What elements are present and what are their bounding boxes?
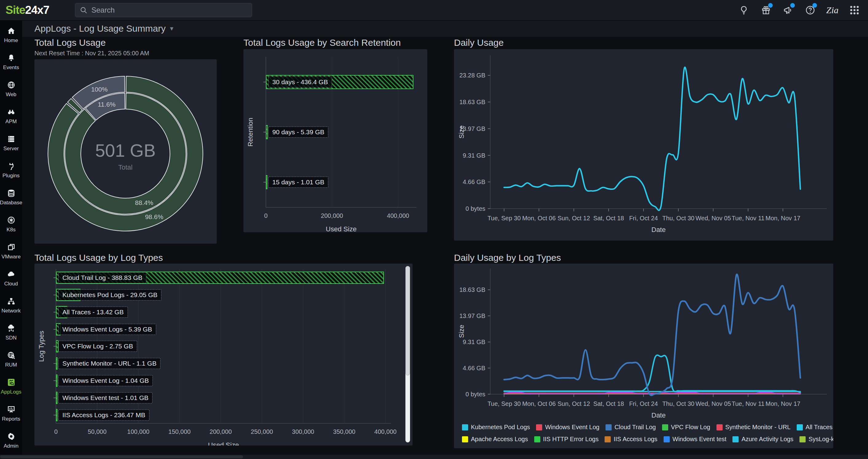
vertical-scrollbar-thumb[interactable] bbox=[405, 266, 410, 375]
sidebar-item-cloud[interactable]: Cloud bbox=[0, 265, 22, 292]
svg-text:350,000: 350,000 bbox=[333, 428, 355, 435]
svg-text:Thu, Oct 30: Thu, Oct 30 bbox=[662, 400, 695, 407]
apps-grid-icon[interactable] bbox=[849, 5, 860, 16]
svg-text:9.31 GB: 9.31 GB bbox=[463, 152, 485, 159]
svg-text:100,000: 100,000 bbox=[127, 428, 149, 435]
sidebar-item-web[interactable]: Web bbox=[0, 75, 22, 103]
legend-item[interactable]: Synthetic Monitor - URL bbox=[716, 424, 790, 431]
site24x7-logo[interactable]: Site24x7 bbox=[5, 4, 49, 17]
bar-7[interactable] bbox=[56, 392, 58, 404]
legend-item[interactable]: Cloud Trail Log bbox=[606, 424, 656, 431]
reports-icon bbox=[7, 405, 16, 414]
gift-icon[interactable] bbox=[761, 5, 772, 16]
sidebar-item-apm[interactable]: APM bbox=[0, 103, 22, 130]
announcements-icon[interactable] bbox=[782, 5, 794, 16]
sidebar: HomeEventsWebAPMServerPluginsDatabaseK8s… bbox=[0, 20, 22, 459]
legend-item[interactable]: IIS HTTP Error Logs bbox=[534, 436, 599, 443]
global-search-input[interactable]: Search bbox=[75, 3, 252, 17]
bar-label: 30 days - 436.4 GB bbox=[268, 76, 332, 88]
svg-text:50,000: 50,000 bbox=[88, 428, 106, 435]
horizontal-scrollbar-thumb[interactable] bbox=[0, 455, 243, 458]
legend-item[interactable]: Apache Access Logs bbox=[462, 436, 528, 443]
sidebar-item-server[interactable]: Server bbox=[0, 130, 22, 157]
sidebar-item-label: Admin bbox=[4, 443, 19, 449]
svg-text:4.66 GB: 4.66 GB bbox=[463, 178, 485, 185]
page-title[interactable]: AppLogs - Log Usage Summary bbox=[34, 23, 166, 34]
bar-label: IIS Access Logs - 236.47 MB bbox=[58, 409, 149, 421]
svg-text:Log Types: Log Types bbox=[37, 331, 45, 362]
sidebar-item-home[interactable]: Home bbox=[0, 22, 22, 48]
applogs-icon bbox=[7, 378, 16, 387]
cloud-icon bbox=[7, 270, 16, 278]
horizontal-scrollbar[interactable] bbox=[0, 455, 868, 459]
bar-label: Windows Event Logs - 5.39 GB bbox=[58, 324, 156, 335]
sidebar-item-label: APM bbox=[5, 119, 17, 125]
legend-swatch bbox=[663, 436, 670, 442]
sidebar-item-database[interactable]: Database bbox=[0, 184, 22, 211]
daily-usage-by-log-types-card: Daily Usage by Log Types 18.63 GB13.97 G… bbox=[454, 253, 833, 448]
legend-item[interactable]: Windows Event test bbox=[663, 436, 726, 443]
daily-usage-by-log-types-chart[interactable]: 18.63 GB13.97 GB9.31 GB4.66 GB0 bytesTue… bbox=[454, 264, 833, 448]
logo-site-text: Site bbox=[5, 4, 25, 16]
legend-item[interactable]: Azure Activity Logs bbox=[733, 436, 793, 443]
svg-text:Sun, Oct 12: Sun, Oct 12 bbox=[558, 400, 590, 407]
search-placeholder: Search bbox=[91, 6, 115, 14]
next-reset-time: Next Reset Time : Nov 21, 2025 05:00 AM bbox=[34, 50, 217, 57]
bar-1[interactable] bbox=[266, 125, 268, 139]
k8s-icon bbox=[7, 216, 16, 225]
usage-by-log-types-chart[interactable]: 050,000100,000150,000200,000250,000300,0… bbox=[34, 264, 412, 446]
sidebar-item-sdn[interactable]: SDN bbox=[0, 319, 22, 346]
bulb-icon[interactable] bbox=[738, 5, 749, 16]
legend-item[interactable]: VPC Flow Log bbox=[662, 424, 710, 431]
sidebar-item-vmware[interactable]: VMware bbox=[0, 238, 22, 265]
sidebar-item-label: Database bbox=[0, 200, 22, 206]
legend-item[interactable]: Windows Event Log bbox=[536, 424, 599, 431]
legend-item[interactable]: IIS Access Logs bbox=[604, 436, 657, 443]
chevron-down-icon[interactable]: ▾ bbox=[170, 25, 173, 33]
apm-icon bbox=[7, 107, 16, 117]
sidebar-item-rum[interactable]: RUM bbox=[0, 346, 22, 373]
bar-2[interactable] bbox=[266, 175, 268, 189]
legend-swatch bbox=[800, 436, 806, 442]
sidebar-item-plugins[interactable]: Plugins bbox=[0, 157, 22, 184]
svg-text:Wed, Nov 05: Wed, Nov 05 bbox=[695, 215, 731, 222]
usage-by-retention-chart[interactable]: 0200,000400,000Used SizeRetention30 days… bbox=[243, 49, 427, 232]
bar-5[interactable] bbox=[56, 357, 58, 370]
sidebar-item-label: Cloud bbox=[4, 281, 18, 287]
site24x7-dashboard: Site24x7 Search Zia HomeEventsWebAPMServ… bbox=[0, 0, 868, 459]
sidebar-item-label: Plugins bbox=[2, 173, 20, 179]
sidebar-item-applogs[interactable]: AppLogs bbox=[0, 373, 22, 400]
sidebar-item-label: SDN bbox=[5, 335, 17, 341]
legend-label: Apache Access Logs bbox=[471, 436, 528, 443]
sidebar-item-k8s[interactable]: K8s bbox=[0, 211, 22, 238]
bar-6[interactable] bbox=[56, 374, 58, 387]
help-icon[interactable] bbox=[805, 5, 816, 16]
bar-8[interactable] bbox=[56, 409, 58, 421]
sidebar-item-label: Network bbox=[2, 308, 21, 314]
sidebar-item-events[interactable]: Events bbox=[0, 48, 22, 75]
sidebar-item-admin[interactable]: Admin bbox=[0, 427, 22, 454]
total-logs-usage-donut[interactable]: 98.6%100%88.4%11.6%501 GBTotal bbox=[34, 59, 217, 243]
svg-text:0 bytes: 0 bytes bbox=[466, 205, 485, 212]
daily-usage-chart[interactable]: 23.28 GB18.63 GB13.97 GB9.31 GB4.66 GB0 … bbox=[454, 49, 833, 240]
bar-label: 15 days - 1.01 GB bbox=[268, 177, 328, 188]
svg-text:400,000: 400,000 bbox=[387, 212, 409, 219]
bar-4[interactable] bbox=[56, 340, 58, 352]
legend-item[interactable]: All Traces bbox=[797, 424, 833, 431]
rum-icon bbox=[7, 351, 16, 360]
sidebar-item-network[interactable]: Network bbox=[0, 292, 22, 319]
legend-item[interactable]: Kubernetes Pod Logs bbox=[462, 424, 530, 431]
home-icon bbox=[7, 26, 16, 35]
svg-text:200,000: 200,000 bbox=[321, 212, 343, 219]
zia-icon[interactable]: Zia bbox=[827, 5, 838, 16]
sidebar-item-label: VMware bbox=[2, 254, 21, 260]
sidebar-item-reports[interactable]: Reports bbox=[0, 400, 22, 427]
svg-text:Mon, Nov 17: Mon, Nov 17 bbox=[766, 215, 800, 222]
legend-swatch bbox=[662, 424, 668, 430]
legend-label: Kubernetes Pod Logs bbox=[471, 424, 530, 431]
svg-text:0 bytes: 0 bytes bbox=[466, 391, 485, 398]
sidebar-item-label: Server bbox=[3, 145, 19, 152]
vertical-scrollbar[interactable] bbox=[405, 266, 410, 442]
svg-text:18.63 GB: 18.63 GB bbox=[459, 99, 485, 105]
legend-item[interactable]: SysLog-kaarthi-linux-vm bbox=[800, 436, 833, 443]
